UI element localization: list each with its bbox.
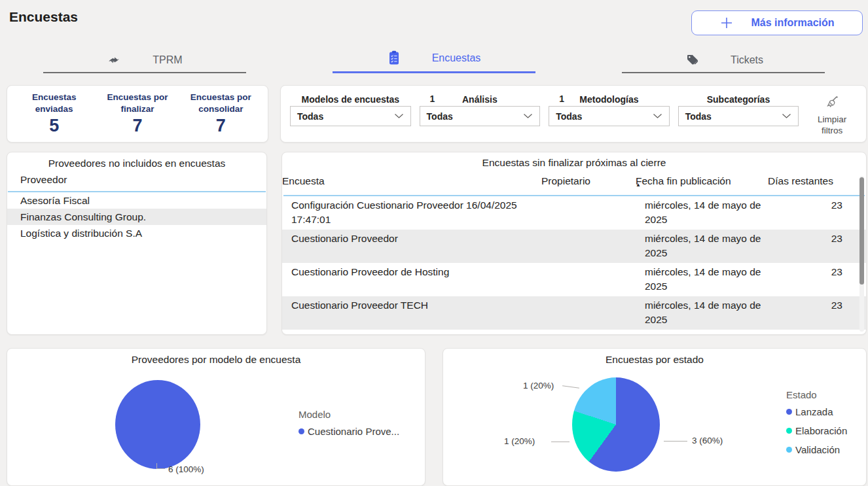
more-info-button[interactable]: Más información [691, 10, 863, 35]
legend-label: Lanzada [795, 406, 833, 417]
modelos-dropdown[interactable]: Todas [290, 106, 411, 126]
table-row[interactable]: Cuestionario Proveedor de Hosting miérco… [282, 263, 866, 296]
kpi-value: 7 [98, 116, 177, 136]
analisis-dropdown[interactable]: Todas [420, 106, 541, 126]
kpi-encuestas-por-finalizar: Encuestas por finalizar 7 [98, 92, 177, 135]
page-title: Encuestas [9, 9, 78, 25]
filter-label: Subcategorías [707, 94, 770, 105]
providers-table-card: Proveedores no incluidos en encuestas Pr… [7, 152, 267, 335]
tab-encuestas-label: Encuestas [432, 52, 481, 64]
pie-data-label-validacion: 1 (20%) [523, 381, 554, 391]
legend-label: Validación [795, 444, 840, 455]
legend-label: Cuestionario Prove... [308, 426, 399, 437]
table-row[interactable]: Cuestionario Proveedor Telefonía miércol… [282, 330, 866, 335]
dropdown-value: Todas [297, 111, 323, 122]
table-row[interactable]: Logística y distribución S.A [7, 225, 266, 241]
connector-icon [107, 54, 121, 67]
pie-slice-cuestionario-proveedor[interactable] [115, 380, 200, 469]
cell-dias: 23 [767, 196, 842, 230]
cell-dias: 23 [767, 330, 842, 335]
legend-item-validacion[interactable]: Validación [786, 444, 847, 455]
callout-line [156, 463, 165, 469]
surveys-table-title: Encuestas sin finalizar próximas al cier… [282, 157, 866, 169]
legend-title: Modelo [298, 409, 399, 420]
chevron-down-icon [653, 113, 662, 119]
column-header-fecha[interactable]: Fecha fin publicación ▲ [636, 174, 757, 188]
callout-line [664, 441, 687, 442]
pie-chart-proveedores-por-modelo: Proveedores por modelo de encuesta 6 (10… [7, 348, 425, 486]
filter-analisis: 1 Análisis Todas [420, 94, 541, 126]
tab-tprm[interactable]: TPRM [0, 46, 289, 73]
table-row[interactable]: Configuración Cuestionario Proveedor 16/… [282, 196, 866, 230]
column-header-propietario[interactable]: Propietario [541, 174, 636, 188]
kpi-value: 5 [14, 116, 94, 136]
subcategorias-dropdown[interactable]: Todas [678, 106, 799, 126]
pie-chart-encuestas-por-estado: Encuestas por estado 1 (20%) 1 (20%) 3 (… [443, 348, 867, 486]
cell-propietario [551, 296, 645, 330]
cell-encuesta: Cuestionario Proveedor TECH [291, 296, 551, 330]
pie-encuestas-por-estado[interactable] [572, 377, 660, 472]
filter-label: Modelos de encuestas [302, 94, 399, 105]
chart-title: Encuestas por estado [443, 349, 866, 366]
plus-icon [719, 16, 734, 30]
sort-ascending-icon: ▲ [636, 178, 641, 192]
cell-dias: 23 [767, 230, 842, 263]
tab-tprm-label: TPRM [153, 54, 182, 66]
tab-encuestas[interactable]: Encuestas [289, 46, 579, 73]
callout-line [551, 442, 570, 442]
table-row[interactable]: Cuestionario Proveedor TECH miércoles, 1… [282, 296, 866, 330]
legend-item-lanzada[interactable]: Lanzada [786, 406, 847, 417]
tab-tickets[interactable]: Tickets [579, 46, 868, 73]
providers-table-title: Proveedores no incluidos en encuestas [7, 158, 266, 169]
filters-card: Modelos de encuestas Todas 1 Análisis To… [280, 85, 867, 143]
cell-propietario [551, 196, 645, 230]
chevron-down-icon [523, 113, 533, 119]
dropdown-value: Todas [685, 111, 712, 122]
table-row[interactable]: Asesoría Fiscal [7, 192, 266, 209]
chart-legend: Modelo Cuestionario Prove... [298, 409, 399, 445]
legend-item-elaboracion[interactable]: Elaboración [786, 425, 847, 436]
legend-item-cuestionario-proveedor[interactable]: Cuestionario Prove... [298, 426, 399, 437]
table-row[interactable]: Cuestionario Proveedor miércoles, 14 de … [282, 230, 866, 263]
pie-data-label-lanzada: 3 (60%) [692, 436, 723, 445]
cell-propietario [551, 330, 645, 335]
legend-dot [786, 447, 792, 453]
cell-fecha: miércoles, 14 de mayo de 2025 [645, 196, 767, 230]
callout-line [562, 385, 579, 389]
cell-propietario [551, 263, 645, 296]
cell-propietario [551, 230, 645, 263]
table-row[interactable]: Finanzas Consulting Group. [7, 209, 266, 225]
clear-filters-label: Limpiar filtros [807, 114, 857, 137]
clear-filters-button[interactable]: Limpiar filtros [807, 94, 857, 137]
kpi-encuestas-por-consolidar: Encuestas por consolidar 7 [181, 92, 261, 135]
more-info-label: Más información [751, 17, 834, 29]
pie-data-label-elaboracion: 1 (20%) [504, 436, 535, 446]
tags-icon [683, 54, 699, 67]
column-header-encuesta[interactable]: Encuesta [282, 174, 541, 188]
kpi-card: Encuestas enviadas 5 Encuestas por final… [7, 85, 268, 143]
filter-subcategorias: Subcategorías Todas [678, 94, 799, 126]
providers-column-header[interactable]: Proveedor [7, 169, 266, 191]
kpi-value: 7 [181, 116, 261, 136]
legend-dot [786, 428, 792, 434]
chevron-down-icon [782, 113, 791, 119]
cell-dias: 23 [767, 296, 842, 330]
metodologias-dropdown[interactable]: Todas [549, 106, 670, 126]
cell-fecha: miércoles, 14 de mayo de 2025 [645, 230, 767, 263]
chevron-down-icon [394, 113, 404, 119]
surveys-table-header: Encuesta Propietario Fecha fin publicaci… [282, 169, 866, 195]
scrollbar-thumb[interactable] [859, 177, 864, 285]
pie-data-label: 6 (100%) [168, 464, 204, 474]
chart-legend: Estado Lanzada Elaboración Validación [786, 389, 847, 463]
legend-title: Estado [786, 389, 847, 400]
filter-count-badge: 1 [430, 94, 435, 104]
cell-fecha: miércoles, 14 de mayo de 2025 [645, 296, 767, 330]
cell-encuesta: Cuestionario Proveedor de Hosting [291, 263, 551, 296]
clipboard-checklist-icon [388, 50, 401, 66]
column-header-dias[interactable]: Días restantes [757, 174, 833, 188]
filter-modelos-de-encuestas: Modelos de encuestas Todas [290, 94, 411, 126]
cell-encuesta: Configuración Cuestionario Proveedor 16/… [291, 196, 551, 230]
filter-count-badge: 1 [559, 94, 564, 104]
cell-encuesta: Cuestionario Proveedor [291, 230, 551, 263]
legend-label: Elaboración [795, 425, 847, 436]
